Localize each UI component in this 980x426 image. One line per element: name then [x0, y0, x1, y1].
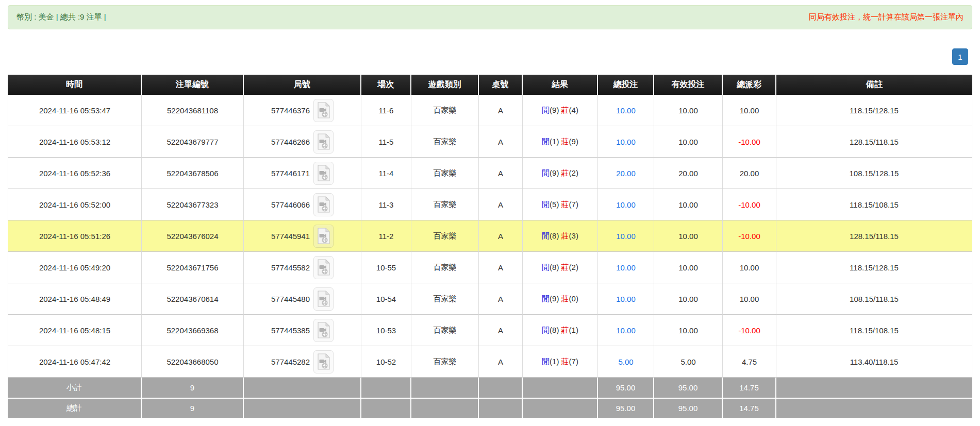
game-type-cell: 百家樂: [411, 95, 479, 126]
table-row: 2024-11-16 05:53:47 522043681108 5774463…: [8, 95, 972, 126]
video-replay-button[interactable]: [313, 162, 334, 185]
video-replay-button[interactable]: [313, 319, 334, 342]
table-row: 2024-11-16 05:49:20 522043671756 5774455…: [8, 252, 972, 283]
total-bet-link[interactable]: 5.00: [618, 357, 633, 366]
bet-id-cell: 522043668050: [142, 346, 244, 378]
video-replay-button[interactable]: [313, 256, 334, 279]
column-header-result: 結果: [523, 75, 598, 95]
bet-id-cell: 522043677323: [142, 189, 244, 220]
video-replay-button[interactable]: [313, 130, 334, 154]
player-result-label: 閒: [542, 294, 550, 303]
valid-bet-cell: 10.00: [654, 220, 723, 252]
total-bet-link[interactable]: 10.00: [616, 106, 636, 115]
total-valid-bet: 95.00: [654, 398, 723, 418]
total-bet-link[interactable]: 10.00: [616, 200, 636, 209]
table-row: 2024-11-16 05:52:36 522043678506 5774461…: [8, 158, 972, 189]
round-id-cell: 577446171: [244, 158, 361, 189]
table-row: 2024-11-16 05:48:49 522043670614 5774454…: [8, 283, 972, 315]
player-result-label: 閒: [542, 168, 550, 177]
video-replay-icon: [317, 228, 330, 244]
empty-cell: [776, 398, 972, 418]
time-cell: 2024-11-16 05:48:49: [8, 283, 142, 315]
bet-id-cell: 522043681108: [142, 95, 244, 126]
player-result-score: (8): [550, 231, 559, 240]
table-no-cell: A: [479, 315, 523, 346]
video-replay-button[interactable]: [313, 350, 334, 373]
total-bet-link[interactable]: 10.00: [616, 232, 636, 241]
banker-result-score: (1): [569, 326, 578, 334]
game-type-cell: 百家樂: [411, 252, 479, 283]
banker-result-score: (3): [569, 231, 578, 240]
payout-value: 10.00: [740, 106, 759, 115]
total-bet-cell: 10.00: [598, 252, 654, 283]
player-result-label: 閒: [542, 137, 550, 146]
currency-summary-text: 幣別 : 美金 | 總共 :9 注單 |: [16, 12, 106, 22]
valid-bet-cell: 10.00: [654, 189, 723, 220]
subtotal-payout: 14.75: [723, 378, 776, 398]
table-no-cell: A: [479, 283, 523, 315]
bet-id-cell: 522043671756: [142, 252, 244, 283]
total-bet-cell: 10.00: [598, 283, 654, 315]
total-bet-link[interactable]: 10.00: [616, 138, 636, 146]
table-footer: 小計 9 95.00 95.00 14.75 總計 9: [8, 378, 972, 418]
column-header-time: 時間: [8, 75, 142, 95]
column-header-session: 場次: [361, 75, 411, 95]
empty-cell: [244, 378, 361, 398]
table-row: 2024-11-16 05:51:26 522043676024 5774459…: [8, 220, 972, 252]
summary-bar: 幣別 : 美金 | 總共 :9 注單 | 同局有效投注，統一計算在該局第一張注單…: [8, 5, 972, 29]
time-cell: 2024-11-16 05:52:36: [8, 158, 142, 189]
valid-bet-cell: 5.00: [654, 346, 723, 378]
video-replay-button[interactable]: [313, 225, 334, 248]
pagination-page-1-button[interactable]: 1: [952, 48, 968, 65]
banker-result-label: 莊: [561, 106, 569, 114]
remark-cell: 118.15/108.15: [776, 189, 972, 220]
round-id-value: 577446376: [271, 106, 310, 115]
remark-cell: 118.15/128.15: [776, 252, 972, 283]
banker-result-label: 莊: [561, 326, 569, 334]
player-result-score: (8): [550, 326, 559, 334]
column-header-payout: 總派彩: [723, 75, 776, 95]
session-cell: 10-52: [361, 346, 411, 378]
video-replay-icon: [317, 291, 330, 307]
empty-cell: [411, 398, 479, 418]
result-cell: 閒(8) 莊(1): [523, 315, 598, 346]
valid-bet-cell: 10.00: [654, 315, 723, 346]
total-bet-link[interactable]: 10.00: [616, 295, 636, 303]
total-total-bet: 95.00: [598, 398, 654, 418]
result-cell: 閒(9) 莊(2): [523, 158, 598, 189]
video-replay-button[interactable]: [313, 99, 334, 122]
session-cell: 11-3: [361, 189, 411, 220]
notice-text: 同局有效投注，統一計算在該局第一張注單內: [809, 12, 964, 22]
valid-bet-cell: 10.00: [654, 95, 723, 126]
player-result-score: (5): [550, 200, 559, 209]
bet-history-table-container: 時間 注單編號 局號 場次 遊戲類別 桌號 結果 總投注 有效投注 總派彩 備註…: [8, 75, 972, 418]
total-bet-link[interactable]: 20.00: [616, 169, 636, 178]
game-type-cell: 百家樂: [411, 158, 479, 189]
table-no-cell: A: [479, 189, 523, 220]
player-result-score: (1): [550, 357, 559, 366]
session-cell: 11-6: [361, 95, 411, 126]
subtotal-count: 9: [142, 378, 244, 398]
table-no-cell: A: [479, 158, 523, 189]
payout-cell: -10.00: [723, 220, 776, 252]
result-cell: 閒(9) 莊(0): [523, 283, 598, 315]
pagination: 1: [8, 48, 972, 65]
total-bet-link[interactable]: 10.00: [616, 326, 636, 335]
banker-result-score: (7): [569, 357, 578, 366]
video-replay-button[interactable]: [313, 193, 334, 216]
video-replay-icon: [317, 353, 330, 370]
video-replay-button[interactable]: [313, 287, 334, 311]
valid-bet-cell: 10.00: [654, 252, 723, 283]
empty-cell: [523, 398, 598, 418]
total-bet-link[interactable]: 10.00: [616, 263, 636, 272]
banker-result-score: (9): [569, 137, 578, 146]
valid-bet-cell: 20.00: [654, 158, 723, 189]
player-result-label: 閒: [542, 106, 550, 114]
banker-result-label: 莊: [561, 231, 569, 240]
session-cell: 10-54: [361, 283, 411, 315]
player-result-score: (9): [550, 294, 559, 303]
subtotal-label: 小計: [8, 378, 142, 398]
result-cell: 閒(9) 莊(4): [523, 95, 598, 126]
total-bet-cell: 10.00: [598, 95, 654, 126]
banker-result-label: 莊: [561, 137, 569, 146]
